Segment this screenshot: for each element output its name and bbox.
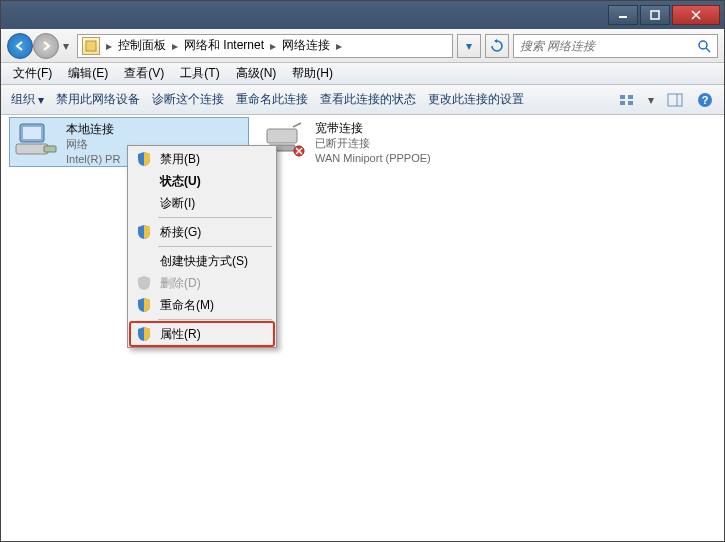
minimize-button[interactable] [608, 5, 638, 25]
menu-advanced[interactable]: 高级(N) [230, 63, 283, 84]
menu-view[interactable]: 查看(V) [118, 63, 170, 84]
chevron-right-icon[interactable]: ▸ [334, 39, 344, 53]
svg-text:?: ? [702, 94, 709, 106]
nav-buttons: ▾ [7, 33, 73, 59]
shield-icon [136, 151, 152, 167]
shield-icon [136, 297, 152, 313]
svg-rect-18 [44, 146, 56, 152]
context-create-shortcut[interactable]: 创建快捷方式(S) [130, 250, 274, 272]
chevron-down-icon: ▾ [38, 93, 44, 107]
svg-rect-9 [620, 101, 625, 105]
menu-bar: 文件(F) 编辑(E) 查看(V) 工具(T) 高级(N) 帮助(H) [1, 63, 724, 85]
refresh-button[interactable] [485, 34, 509, 58]
chevron-right-icon[interactable]: ▸ [170, 39, 180, 53]
context-properties[interactable]: 属性(R) [130, 323, 274, 345]
svg-rect-17 [16, 144, 48, 154]
menu-file[interactable]: 文件(F) [7, 63, 58, 84]
menu-tools[interactable]: 工具(T) [174, 63, 225, 84]
svg-rect-16 [23, 127, 41, 139]
content-area: 本地连接 网络 Intel(R) PR 宽带连接 已断开连接 [1, 115, 724, 541]
breadcrumb-network-connections[interactable]: 网络连接 [278, 37, 334, 54]
svg-rect-11 [668, 94, 682, 106]
menu-help[interactable]: 帮助(H) [286, 63, 339, 84]
connection-broadband[interactable]: 宽带连接 已断开连接 WAN Miniport (PPPOE) [259, 117, 499, 167]
svg-line-6 [706, 48, 710, 52]
svg-rect-1 [651, 11, 659, 19]
toolbar-diagnose[interactable]: 诊断这个连接 [152, 91, 224, 108]
svg-point-5 [699, 41, 707, 49]
connection-device: WAN Miniport (PPPOE) [315, 151, 431, 166]
address-bar[interactable]: ▸ 控制面板 ▸ 网络和 Internet ▸ 网络连接 ▸ [77, 34, 453, 58]
connection-title: 宽带连接 [315, 121, 431, 136]
connection-device: Intel(R) PR [66, 152, 120, 167]
svg-rect-4 [86, 41, 96, 51]
menu-separator [158, 246, 272, 247]
chevron-down-icon[interactable]: ▾ [648, 93, 654, 107]
view-options-button[interactable] [618, 91, 636, 109]
control-panel-icon [82, 37, 100, 55]
svg-rect-7 [620, 95, 625, 99]
chevron-right-icon[interactable]: ▸ [268, 39, 278, 53]
chevron-right-icon[interactable]: ▸ [104, 39, 114, 53]
svg-rect-8 [628, 95, 633, 99]
search-icon[interactable] [697, 39, 711, 53]
close-button[interactable] [672, 5, 720, 25]
connection-status: 网络 [66, 137, 120, 152]
svg-rect-10 [628, 101, 633, 105]
svg-rect-0 [619, 16, 627, 18]
context-menu: 禁用(B) 状态(U) 诊断(I) 桥接(G) 创建快捷方式(S) 删除(D) … [127, 145, 277, 348]
shield-icon [136, 224, 152, 240]
search-box[interactable] [513, 34, 718, 58]
menu-separator [158, 319, 272, 320]
explorer-window: ▾ ▸ 控制面板 ▸ 网络和 Internet ▸ 网络连接 ▸ ▾ 文件(F) [0, 0, 725, 542]
search-input[interactable] [520, 39, 697, 53]
help-button[interactable]: ? [696, 91, 714, 109]
connection-text: 本地连接 网络 Intel(R) PR [66, 122, 120, 167]
context-disable[interactable]: 禁用(B) [130, 148, 274, 170]
shield-icon [136, 326, 152, 342]
preview-pane-button[interactable] [666, 91, 684, 109]
nav-history-dropdown[interactable]: ▾ [59, 36, 73, 56]
context-status[interactable]: 状态(U) [130, 170, 274, 192]
context-bridge[interactable]: 桥接(G) [130, 221, 274, 243]
context-rename[interactable]: 重命名(M) [130, 294, 274, 316]
title-bar [1, 1, 724, 29]
context-delete: 删除(D) [130, 272, 274, 294]
svg-rect-19 [267, 129, 297, 143]
address-dropdown[interactable]: ▾ [457, 34, 481, 58]
menu-edit[interactable]: 编辑(E) [62, 63, 114, 84]
toolbar-view-status[interactable]: 查看此连接的状态 [320, 91, 416, 108]
toolbar-change-settings[interactable]: 更改此连接的设置 [428, 91, 524, 108]
maximize-button[interactable] [640, 5, 670, 25]
menu-separator [158, 217, 272, 218]
toolbar: 组织 ▾ 禁用此网络设备 诊断这个连接 重命名此连接 查看此连接的状态 更改此连… [1, 85, 724, 115]
connection-status: 已断开连接 [315, 136, 431, 151]
network-adapter-icon [14, 122, 58, 158]
back-button[interactable] [7, 33, 33, 59]
svg-line-21 [293, 123, 301, 127]
breadcrumb-control-panel[interactable]: 控制面板 [114, 37, 170, 54]
breadcrumb-network-internet[interactable]: 网络和 Internet [180, 37, 268, 54]
context-diagnose[interactable]: 诊断(I) [130, 192, 274, 214]
connection-title: 本地连接 [66, 122, 120, 137]
toolbar-organize[interactable]: 组织 ▾ [11, 91, 44, 108]
forward-button[interactable] [33, 33, 59, 59]
nav-bar: ▾ ▸ 控制面板 ▸ 网络和 Internet ▸ 网络连接 ▸ ▾ [1, 29, 724, 63]
shield-icon [136, 275, 152, 291]
toolbar-rename[interactable]: 重命名此连接 [236, 91, 308, 108]
toolbar-disable-device[interactable]: 禁用此网络设备 [56, 91, 140, 108]
connection-text: 宽带连接 已断开连接 WAN Miniport (PPPOE) [315, 121, 431, 166]
